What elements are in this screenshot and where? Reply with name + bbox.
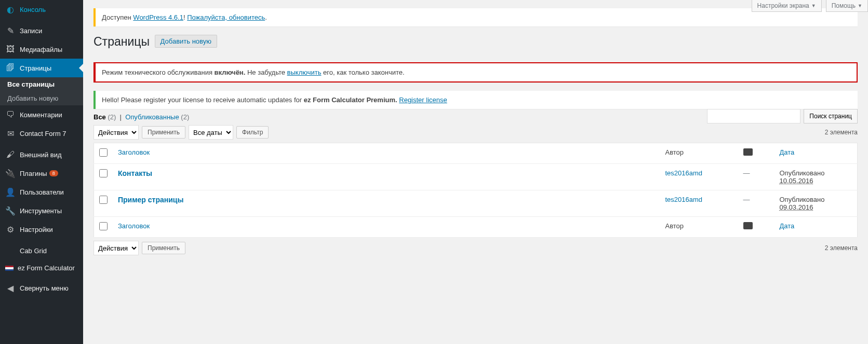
gauge-icon: ◐ bbox=[5, 4, 16, 15]
sidebar-item-tools[interactable]: 🔧Инструменты bbox=[0, 201, 83, 220]
brush-icon: 🖌 bbox=[5, 149, 16, 160]
sidebar-item-ezform[interactable]: ez Form Calculator bbox=[0, 260, 83, 276]
disable-maintenance-link[interactable]: выключить bbox=[287, 68, 322, 76]
table-row: Пример страницы tes2016amd — Опубликован… bbox=[94, 190, 858, 217]
collapse-icon: ◀ bbox=[5, 283, 16, 293]
update-notice: Доступен WordPress 4.6.1! Пожалуйста, об… bbox=[94, 8, 858, 26]
ezform-icon bbox=[5, 266, 14, 271]
filter-published[interactable]: Опубликованные bbox=[125, 113, 179, 121]
admin-sidebar: ◐Консоль ✎Записи 🖾Медиафайлы 🗐Страницы В… bbox=[0, 0, 83, 344]
maintenance-notice: Режим технического обслуживания включён.… bbox=[94, 62, 858, 82]
wordpress-version-link[interactable]: WordPress 4.6.1 bbox=[133, 13, 183, 21]
bulk-action-select-bottom[interactable]: Действия bbox=[94, 241, 139, 255]
row-comments: — bbox=[743, 169, 750, 177]
page-title: Страницы bbox=[94, 35, 150, 49]
row-checkbox[interactable] bbox=[99, 196, 108, 204]
sidebar-item-pages[interactable]: 🗐Страницы bbox=[0, 59, 83, 77]
submenu-add-new[interactable]: Добавить новую bbox=[0, 91, 83, 105]
submenu-all-pages[interactable]: Все страницы bbox=[0, 77, 83, 91]
add-new-button[interactable]: Добавить новую bbox=[155, 35, 217, 48]
row-title-link[interactable]: Пример страницы bbox=[118, 196, 183, 204]
sliders-icon: ⚙ bbox=[5, 224, 16, 235]
sidebar-item-settings[interactable]: ⚙Настройки bbox=[0, 220, 83, 239]
tablenav-bottom: Действия Применить 2 элемента bbox=[94, 241, 858, 255]
sidebar-item-appearance[interactable]: 🖌Внешний вид bbox=[0, 145, 83, 164]
row-comments: — bbox=[743, 196, 750, 203]
register-license-link[interactable]: Register license bbox=[399, 96, 447, 104]
select-all-bottom[interactable] bbox=[99, 222, 108, 230]
row-status: Опубликовано bbox=[780, 169, 825, 177]
sidebar-item-users[interactable]: 👤Пользователи bbox=[0, 183, 83, 201]
sidebar-collapse[interactable]: ◀Свернуть меню bbox=[0, 279, 83, 297]
apply-bulk-button[interactable]: Применить bbox=[142, 126, 185, 139]
pages-table: Заголовок Автор Дата Контакты tes2016amd… bbox=[94, 143, 858, 238]
page-icon: 🗐 bbox=[5, 63, 16, 73]
blank-icon bbox=[5, 245, 16, 256]
chevron-down-icon: ▼ bbox=[858, 3, 862, 8]
comment-bubble-icon bbox=[743, 148, 753, 156]
col-author-foot: Автор bbox=[660, 217, 738, 238]
row-title-link[interactable]: Контакты bbox=[118, 169, 152, 177]
sidebar-item-media[interactable]: 🖾Медиафайлы bbox=[0, 40, 83, 59]
plugin-update-badge: 8 bbox=[49, 170, 58, 176]
media-icon: 🖾 bbox=[5, 44, 16, 54]
items-count-bottom: 2 элемента bbox=[825, 244, 858, 252]
col-comments[interactable] bbox=[738, 143, 774, 164]
pin-icon: ✎ bbox=[5, 25, 16, 36]
help-button[interactable]: Помощь▼ bbox=[826, 0, 868, 12]
plug-icon: 🔌 bbox=[5, 168, 16, 178]
date-filter-select[interactable]: Все даты bbox=[189, 125, 233, 140]
tablenav-top: Действия Применить Все даты Фильтр 2 эле… bbox=[94, 125, 858, 140]
col-author: Автор bbox=[660, 143, 738, 164]
wrench-icon: 🔧 bbox=[5, 205, 16, 216]
sidebar-item-cabgrid[interactable]: Cab Grid bbox=[0, 241, 83, 260]
filter-all[interactable]: Все bbox=[94, 113, 106, 121]
mail-icon: ✉ bbox=[5, 128, 16, 139]
comment-bubble-icon bbox=[743, 222, 753, 229]
row-status: Опубликовано bbox=[780, 196, 825, 203]
main-content: Настройки экрана▼ Помощь▼ Доступен WordP… bbox=[83, 0, 868, 344]
col-comments-foot[interactable] bbox=[738, 217, 774, 238]
col-title-foot[interactable]: Заголовок bbox=[113, 217, 660, 238]
row-date: 10.05.2016 bbox=[780, 177, 813, 185]
pages-submenu: Все страницы Добавить новую bbox=[0, 77, 83, 105]
apply-bulk-button-bottom[interactable]: Применить bbox=[142, 242, 185, 254]
sidebar-item-comments[interactable]: 🗨Комментарии bbox=[0, 105, 83, 124]
filter-button[interactable]: Фильтр bbox=[236, 126, 269, 139]
chevron-down-icon: ▼ bbox=[811, 3, 816, 8]
search-button[interactable]: Поиск страниц bbox=[804, 109, 858, 123]
bulk-action-select[interactable]: Действия bbox=[94, 125, 139, 140]
license-notice: Hello! Please register your license to r… bbox=[94, 91, 858, 109]
sidebar-item-posts[interactable]: ✎Записи bbox=[0, 21, 83, 40]
row-author-link[interactable]: tes2016amd bbox=[665, 169, 703, 177]
screen-options-button[interactable]: Настройки экрана▼ bbox=[752, 0, 822, 12]
table-row: Контакты tes2016amd — Опубликовано10.05.… bbox=[94, 164, 858, 190]
sidebar-item-plugins[interactable]: 🔌Плагины8 bbox=[0, 164, 83, 183]
col-date[interactable]: Дата bbox=[774, 143, 858, 164]
search-box: Поиск страниц bbox=[707, 109, 858, 123]
top-right-buttons: Настройки экрана▼ Помощь▼ bbox=[752, 0, 868, 12]
sidebar-item-contactform7[interactable]: ✉Contact Form 7 bbox=[0, 124, 83, 143]
search-input[interactable] bbox=[707, 109, 800, 123]
items-count-top: 2 элемента bbox=[825, 129, 858, 136]
row-checkbox[interactable] bbox=[99, 169, 108, 177]
select-all-top[interactable] bbox=[99, 148, 108, 157]
user-icon: 👤 bbox=[5, 187, 16, 197]
col-title[interactable]: Заголовок bbox=[113, 143, 660, 164]
please-update-link[interactable]: Пожалуйста, обновитесь bbox=[187, 13, 265, 21]
comment-icon: 🗨 bbox=[5, 109, 16, 120]
row-author-link[interactable]: tes2016amd bbox=[665, 196, 703, 203]
col-date-foot[interactable]: Дата bbox=[774, 217, 858, 238]
row-date: 09.03.2016 bbox=[780, 203, 813, 211]
sidebar-item-console[interactable]: ◐Консоль bbox=[0, 0, 83, 19]
